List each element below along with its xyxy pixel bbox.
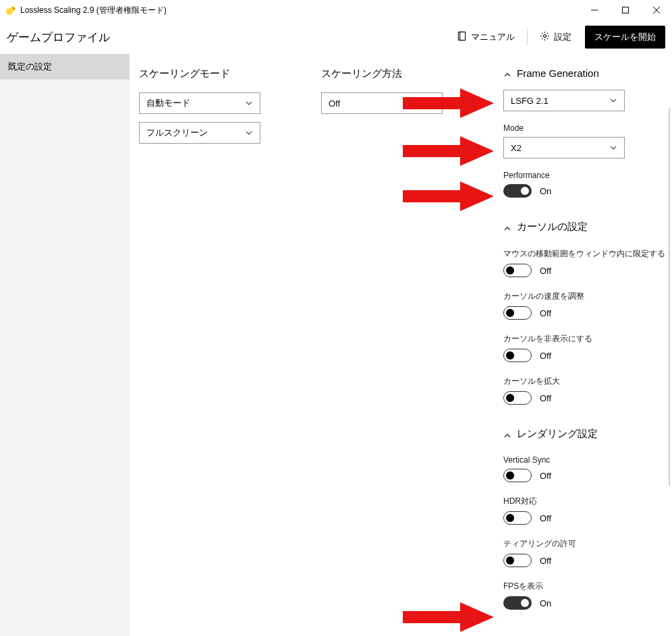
cursor-settings-header[interactable]: カーソルの設定 (503, 221, 665, 233)
toolbar: ゲームプロファイル マニュアル 設定 スケールを開始 (0, 20, 672, 54)
minimize-button[interactable] (579, 0, 610, 20)
manual-label: マニュアル (471, 31, 515, 43)
hdr-label: HDR対応 (503, 496, 665, 507)
tearing-toggle[interactable] (503, 554, 532, 567)
vsync-state: Off (540, 471, 551, 481)
cursor-clip-label: マウスの移動範囲をウィンドウ内に限定する (503, 248, 665, 260)
svg-rect-7 (458, 32, 465, 40)
performance-label: Performance (503, 171, 665, 180)
tearing-label: ティアリングの許可 (503, 538, 665, 550)
chevron-up-icon (503, 69, 511, 78)
chevron-up-icon (503, 430, 511, 438)
cursor-speed-toggle[interactable] (503, 306, 532, 320)
titlebar: Lossless Scaling 2.9 (管理者権限モード) (0, 0, 672, 20)
scale-start-label: スケールを開始 (594, 32, 656, 42)
close-button[interactable] (641, 0, 672, 20)
scaling-type-title: スケーリング方法 (321, 67, 497, 80)
annotation-arrow (403, 136, 494, 166)
chevron-down-icon (245, 129, 253, 137)
cursor-clip-state: Off (540, 266, 551, 276)
cursor-clip-toggle[interactable] (503, 264, 532, 277)
svg-line-16 (547, 33, 548, 34)
hdr-state: Off (540, 513, 551, 523)
svg-marker-19 (403, 136, 494, 166)
page-heading: ゲームプロファイル (7, 30, 110, 45)
rendering-settings-header[interactable]: レンダリング設定 (503, 428, 665, 440)
sidebar-item-default[interactable]: 既定の設定 (0, 54, 130, 80)
svg-marker-21 (403, 602, 494, 632)
svg-marker-18 (403, 88, 494, 118)
chevron-down-icon (609, 96, 617, 105)
cursor-settings-title: カーソルの設定 (517, 221, 588, 233)
chevron-down-icon (245, 99, 253, 107)
mode-value: X2 (511, 143, 522, 153)
window-mode-combo[interactable]: フルスクリーン (139, 122, 260, 144)
mode-label: Mode (503, 123, 665, 133)
svg-line-14 (542, 33, 542, 34)
chevron-down-icon (609, 144, 617, 152)
cursor-scale-toggle[interactable] (503, 391, 532, 405)
scaling-type-value: Off (329, 98, 340, 109)
svg-line-15 (547, 38, 548, 39)
sidebar-item-label: 既定の設定 (8, 61, 52, 71)
fps-label: FPSを表示 (503, 581, 665, 592)
tearing-state: Off (540, 556, 551, 566)
app-icon (5, 5, 16, 16)
fps-toggle[interactable] (503, 596, 532, 610)
cursor-hide-state: Off (540, 351, 551, 361)
sidebar: 既定の設定 (0, 54, 130, 636)
chevron-up-icon (503, 223, 511, 231)
settings-label: 設定 (554, 31, 571, 43)
window-mode-value: フルスクリーン (146, 127, 208, 139)
scaling-mode-title: スケーリングモード (139, 67, 314, 80)
manual-button[interactable]: マニュアル (450, 27, 522, 47)
frame-generation-title: Frame Generation (517, 67, 599, 79)
svg-rect-4 (623, 7, 629, 13)
toolbar-divider (527, 29, 528, 45)
gear-icon (540, 31, 550, 43)
cursor-speed-label: カーソルの速度を調整 (503, 291, 665, 302)
fps-state: On (540, 598, 551, 608)
book-icon (457, 31, 467, 43)
frame-generation-combo[interactable]: LSFG 2.1 (503, 90, 625, 111)
content-area: スケーリングモード 自動モード フルスクリーン スケーリング方法 Off F (130, 54, 672, 636)
cursor-speed-state: Off (540, 308, 551, 318)
hdr-toggle[interactable] (503, 511, 532, 525)
maximize-button[interactable] (610, 0, 641, 20)
frame-generation-header[interactable]: Frame Generation (503, 67, 665, 79)
vsync-toggle[interactable] (503, 469, 532, 482)
scaling-mode-combo[interactable]: 自動モード (139, 92, 260, 114)
scaling-mode-value: 自動モード (146, 97, 190, 109)
svg-point-9 (543, 34, 546, 37)
cursor-hide-toggle[interactable] (503, 349, 532, 362)
vsync-label: Vertical Sync (503, 455, 665, 465)
rendering-settings-title: レンダリング設定 (517, 428, 598, 440)
settings-button[interactable]: 設定 (533, 27, 578, 47)
scrollbar[interactable] (668, 108, 671, 636)
cursor-hide-label: カーソルを非表示にする (503, 333, 665, 345)
frame-generation-value: LSFG 2.1 (511, 96, 549, 106)
scale-start-button[interactable]: スケールを開始 (585, 26, 665, 49)
annotation-arrow (403, 88, 494, 118)
cursor-scale-label: カーソルを拡大 (503, 376, 665, 387)
performance-toggle[interactable] (503, 184, 532, 198)
annotation-arrow (403, 181, 494, 211)
svg-line-17 (542, 38, 542, 39)
annotation-arrow (403, 602, 494, 632)
svg-marker-20 (403, 181, 494, 211)
cursor-scale-state: Off (540, 393, 551, 403)
mode-combo[interactable]: X2 (503, 137, 625, 158)
svg-point-2 (13, 7, 14, 9)
performance-state: On (540, 186, 551, 196)
window-title: Lossless Scaling 2.9 (管理者権限モード) (20, 5, 167, 16)
